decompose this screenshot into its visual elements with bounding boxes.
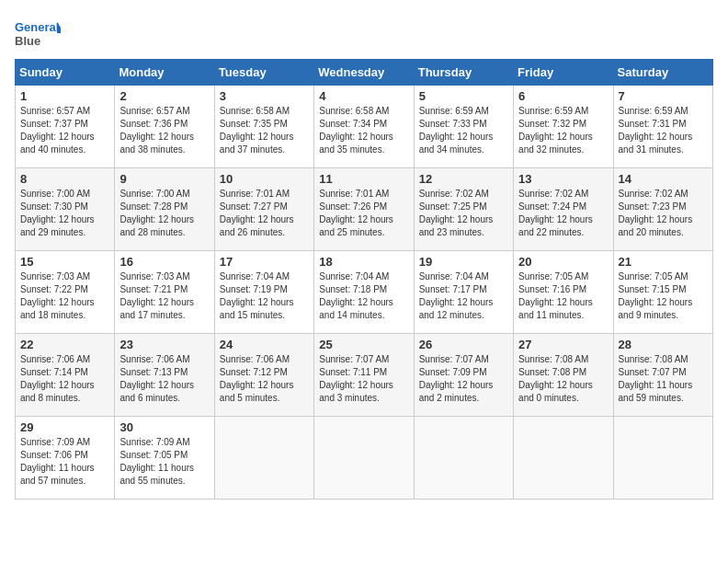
sunrise-label: Sunrise: 7:04 AM (419, 271, 489, 282)
day-number: 29 (20, 420, 109, 434)
calendar-day-cell: 5 Sunrise: 6:59 AM Sunset: 7:33 PM Dayli… (414, 86, 513, 168)
calendar-day-cell (514, 417, 613, 500)
daylight-label: Daylight: 11 hours and 55 minutes. (119, 463, 194, 486)
day-number: 8 (20, 172, 109, 186)
calendar-week-row: 29 Sunrise: 7:09 AM Sunset: 7:06 PM Dayl… (16, 417, 713, 500)
sunrise-label: Sunrise: 7:03 AM (20, 271, 90, 282)
sunset-label: Sunset: 7:36 PM (119, 119, 188, 129)
weekday-header-cell: Monday (115, 60, 214, 86)
calendar-day-cell: 24 Sunrise: 7:06 AM Sunset: 7:12 PM Dayl… (214, 334, 313, 417)
day-info: Sunrise: 7:09 AM Sunset: 7:06 PM Dayligh… (20, 436, 109, 488)
sunrise-label: Sunrise: 7:00 AM (119, 189, 189, 199)
sunrise-label: Sunrise: 7:00 AM (20, 189, 90, 199)
sunset-label: Sunset: 7:19 PM (220, 284, 288, 294)
calendar-day-cell (613, 417, 712, 500)
page-header: General Blue (15, 15, 713, 52)
sunset-label: Sunset: 7:17 PM (419, 284, 487, 294)
sunrise-label: Sunrise: 6:59 AM (619, 106, 688, 116)
sunset-label: Sunset: 7:23 PM (619, 201, 687, 212)
daylight-label: Daylight: 12 hours and 6 minutes. (119, 380, 194, 403)
daylight-label: Daylight: 12 hours and 25 minutes. (319, 214, 393, 237)
day-info: Sunrise: 6:58 AM Sunset: 7:35 PM Dayligh… (220, 105, 309, 156)
sunrise-label: Sunrise: 7:06 AM (20, 354, 90, 364)
weekday-header-row: SundayMondayTuesdayWednesdayThursdayFrid… (16, 60, 713, 86)
calendar-day-cell: 6 Sunrise: 6:59 AM Sunset: 7:32 PM Dayli… (514, 86, 613, 168)
calendar-day-cell: 30 Sunrise: 7:09 AM Sunset: 7:05 PM Dayl… (115, 417, 214, 500)
calendar-day-cell: 10 Sunrise: 7:01 AM Sunset: 7:27 PM Dayl… (214, 168, 313, 251)
daylight-label: Daylight: 12 hours and 38 minutes. (119, 132, 194, 155)
calendar-day-cell: 18 Sunrise: 7:04 AM Sunset: 7:18 PM Dayl… (314, 251, 414, 334)
day-number: 27 (518, 338, 608, 351)
day-number: 2 (119, 89, 209, 103)
calendar-day-cell (214, 417, 313, 500)
day-number: 5 (419, 89, 508, 103)
daylight-label: Daylight: 12 hours and 26 minutes. (220, 214, 294, 237)
day-number: 26 (419, 338, 508, 351)
sunrise-label: Sunrise: 7:04 AM (319, 271, 389, 282)
calendar-day-cell: 9 Sunrise: 7:00 AM Sunset: 7:28 PM Dayli… (115, 168, 214, 251)
sunset-label: Sunset: 7:35 PM (220, 119, 288, 129)
day-number: 6 (518, 89, 608, 103)
sunrise-label: Sunrise: 6:57 AM (119, 106, 189, 116)
sunrise-label: Sunrise: 7:08 AM (619, 354, 688, 364)
day-number: 18 (319, 255, 408, 269)
sunrise-label: Sunrise: 6:59 AM (518, 106, 588, 116)
day-number: 28 (619, 338, 708, 351)
day-info: Sunrise: 7:01 AM Sunset: 7:27 PM Dayligh… (220, 188, 309, 239)
sunset-label: Sunset: 7:32 PM (518, 119, 586, 129)
svg-text:General: General (15, 20, 59, 34)
day-info: Sunrise: 7:05 AM Sunset: 7:16 PM Dayligh… (518, 270, 608, 322)
calendar-week-row: 15 Sunrise: 7:03 AM Sunset: 7:22 PM Dayl… (16, 251, 713, 334)
daylight-label: Daylight: 11 hours and 59 minutes. (619, 380, 693, 403)
logo: General Blue (15, 15, 61, 52)
day-number: 1 (20, 89, 109, 103)
sunset-label: Sunset: 7:11 PM (319, 367, 387, 377)
sunrise-label: Sunrise: 6:58 AM (220, 106, 290, 116)
sunset-label: Sunset: 7:14 PM (20, 367, 88, 377)
calendar-day-cell: 25 Sunrise: 7:07 AM Sunset: 7:11 PM Dayl… (314, 334, 414, 417)
sunset-label: Sunset: 7:28 PM (119, 201, 188, 212)
daylight-label: Daylight: 12 hours and 31 minutes. (619, 132, 693, 155)
sunrise-label: Sunrise: 7:01 AM (220, 189, 290, 199)
day-number: 7 (619, 89, 708, 103)
day-info: Sunrise: 7:04 AM Sunset: 7:18 PM Dayligh… (319, 270, 408, 322)
day-info: Sunrise: 7:07 AM Sunset: 7:11 PM Dayligh… (319, 353, 408, 405)
daylight-label: Daylight: 12 hours and 9 minutes. (619, 297, 693, 320)
calendar-day-cell: 3 Sunrise: 6:58 AM Sunset: 7:35 PM Dayli… (214, 86, 313, 168)
calendar-day-cell: 22 Sunrise: 7:06 AM Sunset: 7:14 PM Dayl… (16, 334, 115, 417)
day-info: Sunrise: 7:04 AM Sunset: 7:19 PM Dayligh… (220, 270, 309, 322)
calendar-week-row: 1 Sunrise: 6:57 AM Sunset: 7:37 PM Dayli… (16, 86, 713, 168)
logo-svg: General Blue (15, 15, 61, 52)
calendar-day-cell: 16 Sunrise: 7:03 AM Sunset: 7:21 PM Dayl… (115, 251, 214, 334)
day-number: 21 (619, 255, 708, 269)
sunset-label: Sunset: 7:07 PM (619, 367, 687, 377)
weekday-header-cell: Sunday (16, 60, 115, 86)
calendar-day-cell (414, 417, 513, 500)
daylight-label: Daylight: 12 hours and 37 minutes. (220, 132, 294, 155)
sunset-label: Sunset: 7:21 PM (119, 284, 188, 294)
daylight-label: Daylight: 12 hours and 15 minutes. (220, 297, 294, 320)
weekday-header-cell: Friday (514, 60, 613, 86)
daylight-label: Daylight: 12 hours and 18 minutes. (20, 297, 95, 320)
day-number: 12 (419, 172, 508, 186)
sunrise-label: Sunrise: 7:07 AM (419, 354, 489, 364)
calendar-day-cell: 14 Sunrise: 7:02 AM Sunset: 7:23 PM Dayl… (613, 168, 712, 251)
sunset-label: Sunset: 7:30 PM (20, 201, 88, 212)
sunset-label: Sunset: 7:06 PM (20, 450, 88, 460)
daylight-label: Daylight: 12 hours and 35 minutes. (319, 132, 393, 155)
day-number: 25 (319, 338, 408, 351)
day-number: 17 (220, 255, 309, 269)
daylight-label: Daylight: 12 hours and 34 minutes. (419, 132, 494, 155)
day-info: Sunrise: 7:06 AM Sunset: 7:13 PM Dayligh… (119, 353, 209, 405)
sunset-label: Sunset: 7:33 PM (419, 119, 487, 129)
day-number: 10 (220, 172, 309, 186)
weekday-header-cell: Thursday (414, 60, 513, 86)
day-info: Sunrise: 7:01 AM Sunset: 7:26 PM Dayligh… (319, 188, 408, 239)
day-number: 22 (20, 338, 109, 351)
day-info: Sunrise: 7:06 AM Sunset: 7:14 PM Dayligh… (20, 353, 109, 405)
daylight-label: Daylight: 12 hours and 17 minutes. (119, 297, 194, 320)
sunset-label: Sunset: 7:16 PM (518, 284, 586, 294)
calendar-day-cell: 1 Sunrise: 6:57 AM Sunset: 7:37 PM Dayli… (16, 86, 115, 168)
sunrise-label: Sunrise: 7:02 AM (518, 189, 588, 199)
calendar-day-cell: 11 Sunrise: 7:01 AM Sunset: 7:26 PM Dayl… (314, 168, 414, 251)
